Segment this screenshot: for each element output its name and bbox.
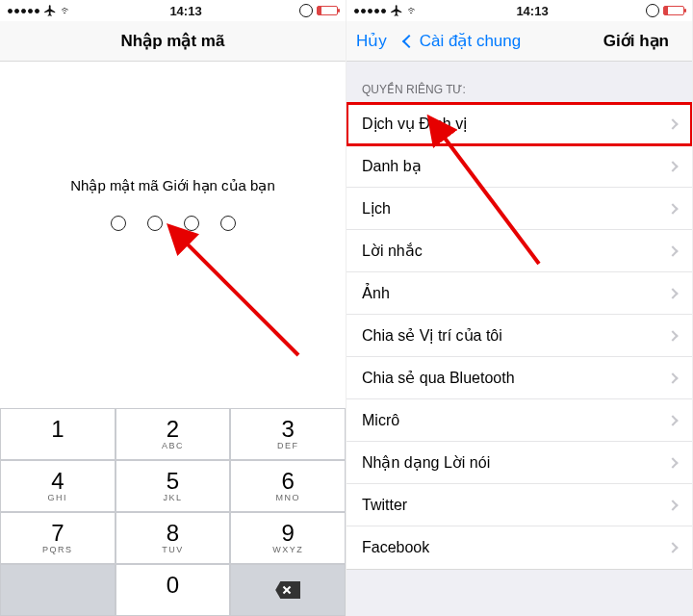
keypad-key-number: 8 bbox=[167, 522, 179, 545]
keypad-key-4[interactable]: 4GHI bbox=[0, 460, 116, 512]
keypad-key-number: 0 bbox=[167, 574, 179, 597]
status-bar: ᯤ 14:13 bbox=[0, 0, 346, 21]
settings-row-label: Chia sẻ Vị trí của tôi bbox=[362, 326, 669, 345]
keypad-blank bbox=[0, 564, 116, 616]
back-button[interactable]: Cài đặt chung bbox=[420, 31, 521, 51]
chevron-right-icon bbox=[667, 288, 678, 298]
settings-list-area: QUYỀN RIÊNG TƯ: Dịch vụ Định vịDanh bạLị… bbox=[346, 62, 692, 616]
keypad-key-number: 9 bbox=[281, 522, 294, 545]
settings-row-d-ch-v-nh-v-[interactable]: Dịch vụ Định vị bbox=[346, 103, 692, 145]
keypad-key-letters: JKL bbox=[163, 493, 182, 502]
keypad-key-number: 5 bbox=[167, 470, 179, 493]
chevron-right-icon bbox=[667, 245, 678, 256]
nav-bar-right: Hủy Cài đặt chung Giới hạn bbox=[346, 21, 692, 62]
keypad-key-letters: PQRS bbox=[42, 545, 73, 554]
annotation-arrow-left bbox=[173, 230, 318, 378]
nav-title-right: Giới hạn bbox=[603, 31, 669, 51]
keypad-key-0[interactable]: 0 bbox=[116, 564, 231, 616]
settings-row-twitter[interactable]: Twitter bbox=[346, 484, 692, 526]
keypad-key-7[interactable]: 7PQRS bbox=[0, 512, 116, 564]
chevron-right-icon bbox=[667, 203, 678, 214]
keypad-backspace[interactable] bbox=[230, 564, 346, 616]
keypad-key-5[interactable]: 5JKL bbox=[116, 460, 231, 512]
keypad-key-letters: WXYZ bbox=[272, 545, 303, 554]
settings-row-label: Dịch vụ Định vị bbox=[362, 115, 669, 133]
settings-row-label: Facebook bbox=[362, 539, 669, 556]
settings-row-chia-s-v-tr-c-a-t-i[interactable]: Chia sẻ Vị trí của tôi bbox=[346, 315, 692, 357]
settings-row-nh-n-d-ng-l-i-n-i[interactable]: Nhận dạng Lời nói bbox=[346, 442, 692, 484]
phone-right: ᯤ 14:13 Hủy Cài đặt chung Giới hạn QUYỀN… bbox=[346, 0, 693, 616]
keypad-key-number: 2 bbox=[167, 418, 179, 441]
chevron-right-icon bbox=[667, 118, 678, 129]
numeric-keypad: 12ABC3DEF4GHI5JKL6MNO7PQRS8TUV9WXYZ0 bbox=[0, 408, 346, 616]
keypad-key-8[interactable]: 8TUV bbox=[116, 512, 231, 564]
chevron-right-icon bbox=[667, 415, 678, 425]
wifi-icon: ᯤ bbox=[407, 4, 419, 17]
chevron-right-icon bbox=[667, 330, 678, 341]
settings-row-micr-[interactable]: Micrô bbox=[346, 399, 692, 442]
wifi-icon: ᯤ bbox=[61, 4, 72, 17]
passcode-dots bbox=[0, 216, 346, 231]
settings-row-l-i-nh-c[interactable]: Lời nhắc bbox=[346, 230, 692, 272]
keypad-key-number: 6 bbox=[281, 470, 294, 493]
settings-row-label: Micrô bbox=[362, 412, 669, 429]
settings-row-l-ch[interactable]: Lịch bbox=[346, 188, 692, 230]
chevron-right-icon bbox=[667, 542, 678, 552]
phone-left: ᯤ 14:13 Nhập mật mã Nhập mật mã Giới hạn… bbox=[0, 0, 346, 616]
keypad-key-letters: MNO bbox=[275, 493, 300, 502]
settings-row-label: Lời nhắc bbox=[362, 242, 669, 260]
keypad-key-1[interactable]: 1 bbox=[0, 408, 116, 460]
settings-row-label: Lịch bbox=[362, 199, 669, 218]
settings-row-chia-s-qua-bluetooth[interactable]: Chia sẻ qua Bluetooth bbox=[346, 357, 692, 399]
keypad-key-number: 1 bbox=[51, 418, 64, 441]
passcode-dot bbox=[184, 216, 199, 231]
keypad-key-number: 3 bbox=[281, 418, 294, 441]
passcode-dot bbox=[220, 216, 236, 231]
chevron-right-icon bbox=[667, 500, 678, 510]
passcode-area: Nhập mật mã Giới hạn của bạn 12ABC3DEF4G… bbox=[0, 62, 346, 616]
keypad-key-number: 7 bbox=[51, 522, 64, 545]
passcode-prompt: Nhập mật mã Giới hạn của bạn bbox=[0, 177, 346, 194]
nav-bar-left: Nhập mật mã bbox=[0, 21, 346, 62]
battery-icon bbox=[317, 6, 338, 15]
settings-row-label: Danh bạ bbox=[362, 157, 669, 175]
signal-icon bbox=[8, 9, 39, 13]
status-bar: ᯤ 14:13 bbox=[346, 0, 692, 21]
chevron-right-icon bbox=[667, 161, 678, 171]
keypad-key-letters: ABC bbox=[162, 441, 184, 450]
passcode-dot bbox=[147, 216, 163, 231]
settings-row-label: Chia sẻ qua Bluetooth bbox=[362, 369, 669, 387]
signal-icon bbox=[354, 9, 386, 13]
keypad-key-3[interactable]: 3DEF bbox=[230, 408, 346, 460]
settings-row-label: Twitter bbox=[362, 497, 669, 514]
chevron-right-icon bbox=[667, 457, 678, 468]
backspace-icon bbox=[275, 581, 300, 599]
settings-row--nh[interactable]: Ảnh bbox=[346, 272, 692, 315]
cancel-button[interactable]: Hủy bbox=[356, 31, 387, 51]
settings-row-label: Ảnh bbox=[362, 284, 669, 302]
rotation-lock-icon bbox=[646, 4, 659, 17]
battery-icon bbox=[663, 6, 684, 15]
keypad-key-9[interactable]: 9WXYZ bbox=[230, 512, 346, 564]
keypad-key-letters: GHI bbox=[48, 493, 68, 502]
settings-row-facebook[interactable]: Facebook bbox=[346, 526, 692, 569]
status-time: 14:13 bbox=[516, 4, 548, 18]
keypad-key-2[interactable]: 2ABC bbox=[116, 408, 231, 460]
airplane-icon bbox=[390, 4, 403, 17]
nav-title-left: Nhập mật mã bbox=[106, 31, 241, 51]
rotation-lock-icon bbox=[299, 4, 313, 17]
chevron-right-icon bbox=[667, 372, 678, 383]
status-time: 14:13 bbox=[169, 4, 201, 18]
keypad-key-letters: TUV bbox=[162, 545, 184, 554]
airplane-icon bbox=[43, 4, 57, 17]
keypad-key-6[interactable]: 6MNO bbox=[230, 460, 346, 512]
settings-list: Dịch vụ Định vịDanh bạLịchLời nhắcẢnhChi… bbox=[346, 102, 692, 570]
passcode-dot bbox=[111, 216, 126, 231]
section-header-privacy: QUYỀN RIÊNG TƯ: bbox=[346, 62, 692, 102]
keypad-key-letters: DEF bbox=[277, 441, 299, 450]
settings-row-label: Nhận dạng Lời nói bbox=[362, 453, 669, 472]
back-chevron-icon[interactable] bbox=[402, 34, 416, 47]
keypad-key-number: 4 bbox=[51, 470, 64, 493]
svg-line-0 bbox=[183, 240, 298, 355]
settings-row-danh-b-[interactable]: Danh bạ bbox=[346, 145, 692, 188]
